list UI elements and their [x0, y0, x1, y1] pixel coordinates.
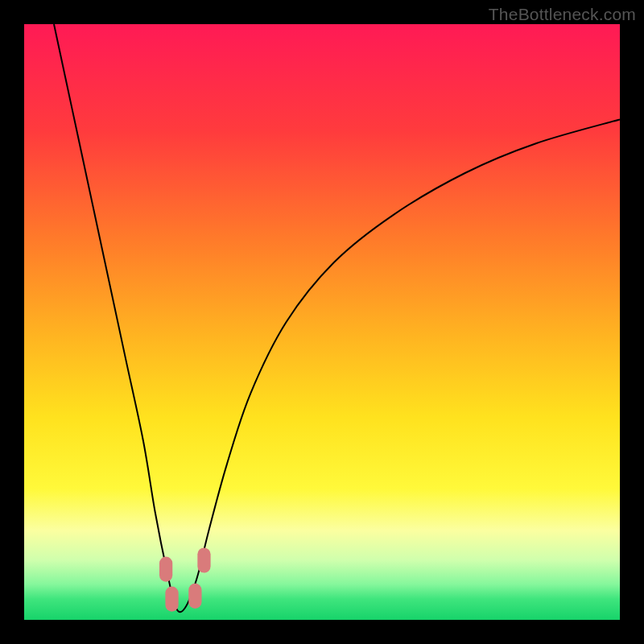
marker-group — [159, 547, 211, 611]
marker-left-upper — [159, 557, 172, 582]
chart-svg — [24, 24, 620, 620]
bottleneck-curve — [54, 24, 620, 612]
marker-right-upper — [197, 547, 210, 572]
marker-right-lower — [188, 584, 201, 609]
watermark-text: TheBottleneck.com — [489, 5, 636, 24]
marker-left-lower — [165, 587, 178, 612]
plot-area — [24, 24, 620, 620]
